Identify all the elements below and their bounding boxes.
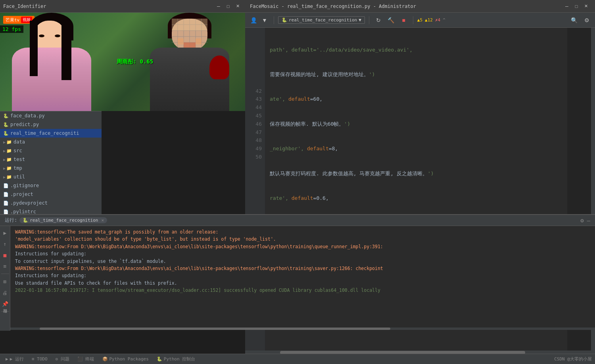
line-num: [247, 46, 262, 54]
run-btn[interactable]: ▶ ▶ 运行: [3, 355, 26, 363]
refresh-btn[interactable]: ↻: [373, 15, 384, 25]
run-config-icon: 🐍: [282, 17, 287, 23]
run-config[interactable]: 🐍 real_time_face_recognition ▼: [278, 16, 365, 24]
file-item-util[interactable]: ▶ 📁 util: [0, 172, 102, 181]
run-sidebar-up[interactable]: ↑: [1, 239, 10, 248]
file-item-gitignore[interactable]: 📄 .gitignore: [0, 181, 102, 190]
todo-btn[interactable]: ≡ TODO: [29, 356, 50, 362]
file-item-realtime[interactable]: 🐍 real_time_face_recogniti: [0, 129, 102, 138]
settings-icon[interactable]: ⚙: [580, 217, 583, 224]
line-num: [247, 62, 262, 71]
run-sidebar-grid[interactable]: ⊞: [1, 277, 10, 286]
folder-arrow: ▶: [3, 140, 6, 144]
close-button[interactable]: ✕: [233, 2, 242, 11]
file-item-project[interactable]: 📄 .project: [0, 190, 102, 199]
file-icon-pydev: 📄: [3, 201, 9, 206]
python-icon-2: 🐍: [3, 122, 9, 127]
status-bar: ▶ ▶ 运行 ≡ TODO ⊙ 问题 ⬛ 终端 📦 Python Package…: [0, 354, 595, 364]
settings-btn[interactable]: ⚙: [582, 15, 592, 25]
line-num: [247, 29, 262, 38]
file-item-predict[interactable]: 🐍 predict.py: [0, 120, 102, 129]
maximize-button[interactable]: □: [224, 2, 232, 11]
folder-arrow-4: ▶: [3, 166, 6, 171]
file-name: .project: [10, 192, 33, 197]
dropdown-btn[interactable]: ▼: [259, 15, 270, 25]
run-sidebar-pin[interactable]: 📌: [1, 299, 10, 308]
run-config-dropdown: ▼: [359, 17, 361, 23]
hair-long-right: [61, 21, 71, 80]
run-close-btn[interactable]: ✕: [101, 218, 104, 223]
code-line-47: [270, 343, 567, 351]
line-num-49: 49: [247, 145, 262, 153]
code-line-a6: 默认马赛克打码程度. 此参数值越高, 马赛克越严重, 反之越清晰。'): [270, 170, 567, 178]
file-item-face-data[interactable]: 🐍 face_data.py: [0, 111, 102, 120]
run-sidebar-lines[interactable]: ≡: [1, 262, 10, 270]
terminal-btn[interactable]: ⬛ 终端: [75, 355, 97, 363]
output-line-2: 'model_variables' collection should be o…: [15, 236, 590, 243]
output-line-3: WARNING:tensorflow:From D:\Work\BigData\…: [15, 243, 590, 250]
build-btn[interactable]: 🔨: [386, 15, 396, 25]
minimize-button[interactable]: ─: [214, 2, 223, 11]
search-btn[interactable]: 🔍: [569, 15, 579, 25]
run-sidebar-print[interactable]: 🖨: [1, 288, 10, 297]
fps-badge: 12 fps: [0, 25, 23, 33]
file-item-pydevproject[interactable]: 📄 .pydevproject: [0, 199, 102, 207]
face-identifier-titlebar: Face_Identifier ─ □ ✕: [0, 0, 245, 13]
console-btn[interactable]: 🐍 Python 控制台: [154, 355, 198, 363]
hair-long-left: [30, 21, 38, 76]
status-left: ▶ ▶ 运行 ≡ TODO ⊙ 问题 ⬛ 终端 📦 Python Package…: [3, 355, 553, 363]
run-label: 运行: 🐍 real_time_face_recognition ✕: [5, 217, 107, 224]
folder-arrow-3: ▶: [3, 157, 6, 162]
file-name: util: [13, 174, 25, 180]
ide-titlebar: FaceMosaic - real_time_face_recognition.…: [245, 0, 595, 13]
run-sidebar-run[interactable]: ▶: [1, 228, 10, 237]
file-name: face_data.py: [10, 113, 45, 119]
line-num-44: 44: [247, 103, 262, 112]
close-panel-icon[interactable]: —: [587, 217, 590, 224]
line-num-50: 50: [247, 153, 262, 161]
line-num-48: 48: [247, 136, 262, 145]
sidebar-divider-2: [1, 311, 9, 312]
file-item-src[interactable]: ▶ 📁 src: [0, 146, 102, 155]
sidebar-divider: [1, 274, 9, 274]
file-icon-gi: 📄: [3, 183, 9, 188]
packages-icon: 📦: [102, 356, 108, 362]
output-line-9: 2022-01-18 16:57:00.219717: I tensorflow…: [15, 287, 590, 294]
output-hscroll[interactable]: [10, 328, 595, 330]
output-line-4: Instructions for updating:: [15, 250, 590, 257]
warning-count: ▲12: [425, 17, 433, 23]
file-name: src: [13, 148, 22, 153]
line-num-43: 43: [247, 95, 262, 103]
packages-label: Python Packages: [109, 356, 149, 362]
ide-title: FaceMosaic - real_time_face_recognition.…: [250, 4, 562, 9]
folder-icon-5: 📁: [6, 174, 12, 180]
python-icon: 🐍: [3, 113, 9, 119]
file-panel: 🐍 face_data.py 🐍 predict.py 🐍 real_time_…: [0, 111, 102, 218]
separator-1: [274, 16, 274, 24]
run-sidebar-stop[interactable]: ■: [1, 251, 10, 259]
file-item-test[interactable]: ▶ 📁 test: [0, 155, 102, 164]
file-icon-pylint: 📄: [3, 209, 9, 215]
svg-rect-15: [172, 19, 207, 31]
line-num-47: 47: [247, 128, 262, 137]
file-icon-proj: 📄: [3, 192, 9, 197]
problems-btn[interactable]: ⊙ 问题: [53, 355, 72, 363]
ide-minimize-btn[interactable]: ─: [562, 2, 571, 11]
csdn-label: CSDN @大零的小屋: [554, 356, 592, 362]
packages-btn[interactable]: 📦 Python Packages: [100, 356, 151, 362]
run-icon: 🐍: [23, 218, 28, 223]
file-item-data[interactable]: ▶ 📁 data: [0, 138, 102, 146]
folder-icon: 📁: [6, 140, 12, 145]
user-btn[interactable]: 👤: [248, 15, 259, 25]
output-line-6: WARNING:tensorflow:From D:\Work\BigData\…: [15, 265, 590, 272]
file-item-tmp[interactable]: ▶ 📁 tmp: [0, 164, 102, 172]
file-name: tmp: [13, 165, 22, 171]
ide-maximize-btn[interactable]: □: [572, 2, 581, 11]
code-line-a5: _neighbor', default=8,: [270, 145, 567, 153]
line-num: [247, 71, 262, 79]
caret-indicator: ^: [443, 17, 445, 23]
problems-label: ⊙ 问题: [56, 356, 69, 362]
ide-close-btn[interactable]: ✕: [582, 2, 590, 11]
stop-btn[interactable]: ■: [399, 15, 409, 25]
svg-rect-13: [196, 38, 202, 44]
